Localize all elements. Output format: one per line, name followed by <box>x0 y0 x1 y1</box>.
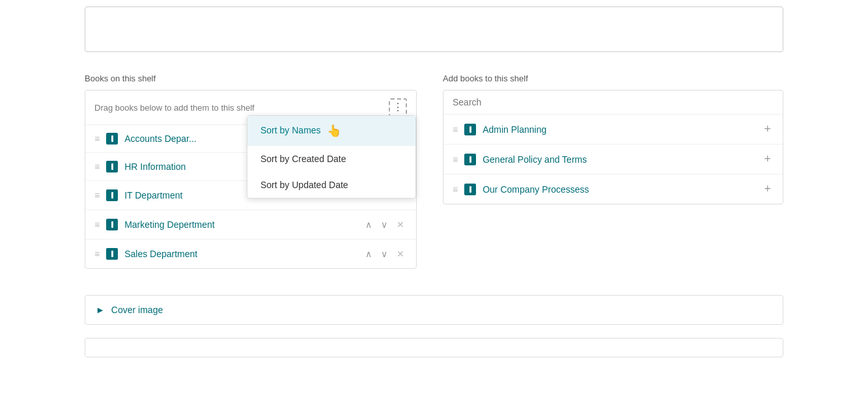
add-book-button[interactable]: + <box>761 152 774 166</box>
sort-by-updated-item[interactable]: Sort by Updated Date <box>247 172 415 198</box>
drag-handle-icon[interactable]: ≡ <box>94 249 100 259</box>
book-name: Sales Department <box>124 249 363 259</box>
sort-by-name-item[interactable]: Sort by Names 👆 <box>247 116 415 146</box>
drag-handle-icon: ≡ <box>453 184 458 195</box>
move-down-button[interactable]: ∨ <box>378 247 390 260</box>
move-down-button[interactable]: ∨ <box>378 218 390 231</box>
add-book-button[interactable]: + <box>761 122 774 136</box>
main-content: Books on this shelf Drag books below to … <box>0 61 868 282</box>
list-item: ≡ Our Company Processess + <box>443 174 783 204</box>
cover-image-header[interactable]: ► Cover image <box>85 296 783 324</box>
top-textarea-area <box>0 0 868 61</box>
chevron-right-icon: ► <box>96 305 105 315</box>
table-row: ≡ Sales Department ∧ ∨ ✕ <box>85 240 416 268</box>
sort-by-updated-label: Sort by Updated Date <box>260 180 348 190</box>
row-actions: ∧ ∨ ✕ <box>363 218 407 231</box>
sort-by-created-item[interactable]: Sort by Created Date <box>247 146 415 172</box>
cursor-hand-icon: 👆 <box>327 124 341 138</box>
book-name: General Policy and Terms <box>483 154 761 165</box>
book-icon <box>106 219 118 230</box>
drag-handle-icon[interactable]: ≡ <box>94 190 100 200</box>
move-up-button[interactable]: ∧ <box>363 247 374 260</box>
book-icon <box>464 124 476 135</box>
move-up-button[interactable]: ∧ <box>363 218 374 231</box>
add-book-button[interactable]: + <box>761 182 774 196</box>
row-actions: ∧ ∨ ✕ <box>363 247 407 260</box>
remove-button[interactable]: ✕ <box>394 218 407 231</box>
book-icon <box>464 154 476 165</box>
drag-handle-icon: ≡ <box>453 124 458 135</box>
page-wrapper: Books on this shelf Drag books below to … <box>0 0 868 401</box>
book-name: Our Company Processess <box>483 184 761 195</box>
book-name: Admin Planning <box>483 124 761 135</box>
cover-image-label: Cover image <box>111 305 163 315</box>
drag-handle-icon[interactable]: ≡ <box>94 219 100 230</box>
sort-by-name-label: Sort by Names <box>260 125 321 135</box>
three-dots-icon: ⋮ <box>393 102 403 113</box>
left-panel-label: Books on this shelf <box>85 74 417 83</box>
search-input[interactable] <box>453 97 774 107</box>
list-item: ≡ Admin Planning + <box>443 115 783 145</box>
book-icon <box>106 161 118 173</box>
drag-hint: Drag books below to add them to this she… <box>94 103 255 113</box>
book-icon <box>106 248 118 260</box>
sort-by-created-label: Sort by Created Date <box>260 154 346 164</box>
right-panel-box: ≡ Admin Planning + ≡ General Policy and … <box>443 90 783 204</box>
drag-handle-icon[interactable]: ≡ <box>94 161 100 172</box>
book-icon <box>106 133 118 145</box>
bottom-area <box>85 338 783 357</box>
left-panel-header: Drag books below to add them to this she… <box>85 90 416 125</box>
left-panel-box: Drag books below to add them to this she… <box>85 90 417 269</box>
remove-button[interactable]: ✕ <box>394 247 407 260</box>
book-icon <box>106 189 118 201</box>
top-textarea[interactable] <box>85 7 783 52</box>
left-panel: Books on this shelf Drag books below to … <box>85 74 417 269</box>
right-panel: Add books to this shelf ≡ Admin Planning… <box>443 74 783 269</box>
cover-image-section: ► Cover image <box>85 295 783 325</box>
three-dots-button[interactable]: ⋮ <box>389 98 407 117</box>
search-input-wrapper <box>443 90 783 115</box>
right-panel-label: Add books to this shelf <box>443 74 783 83</box>
drag-handle-icon[interactable]: ≡ <box>94 133 100 144</box>
table-row: ≡ Marketing Depertment ∧ ∨ ✕ <box>85 210 416 240</box>
dropdown-menu: Sort by Names 👆 Sort by Created Date Sor… <box>247 115 416 199</box>
book-icon <box>464 184 476 195</box>
book-name: Marketing Depertment <box>124 219 363 230</box>
list-item: ≡ General Policy and Terms + <box>443 145 783 174</box>
drag-handle-icon: ≡ <box>453 154 458 165</box>
